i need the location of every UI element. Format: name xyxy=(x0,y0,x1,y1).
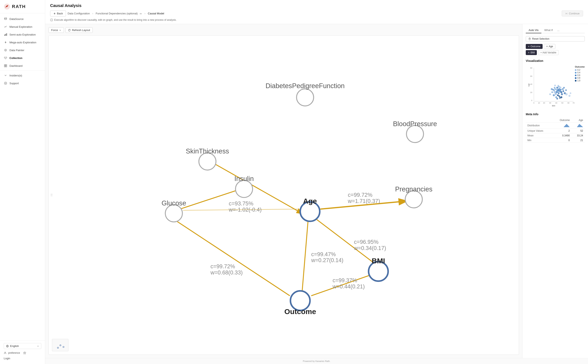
tab-more-button[interactable]: ... xyxy=(555,27,561,33)
node-age[interactable]: Age xyxy=(300,197,320,221)
svg-point-50 xyxy=(235,180,253,197)
legend-item-0: 0.2 xyxy=(575,69,585,71)
variable-chip-outcome[interactable]: ✕ Outcome xyxy=(526,44,542,49)
drag-handle[interactable]: ⠿ xyxy=(50,193,53,197)
legend-value-3: 0.8 xyxy=(577,77,580,79)
meta-header-outcome: Outcome xyxy=(553,118,571,123)
continue-button[interactable]: Continue xyxy=(562,11,583,16)
svg-text:Age: Age xyxy=(303,197,317,205)
add-variable-button[interactable]: + Add Variable xyxy=(538,50,559,55)
meta-outcome-unique: 2 xyxy=(553,129,571,133)
svg-text:80: 80 xyxy=(530,67,532,69)
node-bmi[interactable]: BMI xyxy=(369,257,388,281)
svg-point-63 xyxy=(60,345,61,346)
wizard-step-causal-model: Causal Model xyxy=(148,12,164,15)
sidebar-item-insiders[interactable]: Insiders(α) xyxy=(0,72,45,79)
svg-point-94 xyxy=(560,91,562,93)
svg-text:c=99.72%: c=99.72% xyxy=(348,192,372,198)
svg-marker-127 xyxy=(577,124,583,127)
svg-point-124 xyxy=(570,92,571,94)
chip-label-bmi: BMI xyxy=(530,51,535,54)
sidebar-item-collection[interactable]: Collection xyxy=(0,54,45,62)
back-label: Back xyxy=(57,12,63,15)
node-pregnancies[interactable]: Pregnancies xyxy=(395,185,432,208)
reset-selection-button[interactable]: Reset Selection xyxy=(526,36,585,41)
tab-what-if[interactable]: What If xyxy=(541,27,555,33)
back-button[interactable]: Back xyxy=(50,11,66,16)
svg-point-15 xyxy=(5,352,6,353)
wizard-step-functional-deps-label: Functional Dependencies (optional) xyxy=(96,12,138,15)
sidebar-item-semi-auto[interactable]: Semi-auto Exploration xyxy=(0,31,45,39)
login-label: Login xyxy=(4,357,10,360)
wizard-step-causal-model-label: Causal Model xyxy=(148,12,164,15)
info-text: Execute algorithm to discover causality,… xyxy=(54,19,176,21)
svg-rect-8 xyxy=(4,65,5,65)
preference-row[interactable]: preference xyxy=(4,351,41,355)
svg-point-117 xyxy=(556,98,558,99)
variable-chip-bmi[interactable]: ✕ BMI xyxy=(526,50,537,55)
svg-text:0: 0 xyxy=(531,99,532,102)
sidebar-item-support[interactable]: Support xyxy=(0,79,45,87)
graph-toolbar: Force Refresh Layout xyxy=(48,27,519,33)
sidebar: RATH DataSource Manual Exploration Semi-… xyxy=(0,0,45,364)
svg-point-110 xyxy=(562,88,564,90)
svg-point-52 xyxy=(165,205,183,222)
svg-text:Age: Age xyxy=(528,83,530,87)
svg-point-111 xyxy=(555,92,556,94)
reset-label: Reset Selection xyxy=(532,37,549,40)
svg-marker-126 xyxy=(563,124,570,127)
variable-chip-age[interactable]: ✕ Age xyxy=(544,44,555,49)
svg-text:70: 70 xyxy=(573,102,575,104)
dist-age-icon xyxy=(577,124,583,128)
legend-dot-3 xyxy=(575,77,576,79)
page-title: Causal Analysis xyxy=(50,3,583,8)
sidebar-item-data-painter[interactable]: Data Painter xyxy=(0,46,45,54)
svg-text:Pregnancies: Pregnancies xyxy=(395,185,432,193)
svg-text:20: 20 xyxy=(530,91,532,93)
footer: Powered by Kanaries Rath. xyxy=(45,358,588,364)
node-diabetespedigree[interactable]: DiabetesPedigreeFunction xyxy=(265,82,345,106)
sidebar-item-support-label: Support xyxy=(9,82,19,85)
graph-canvas[interactable]: c=99.72% w=1.71(0.37) c=96.95% w=0.34(0.… xyxy=(48,35,519,355)
globe-icon xyxy=(6,345,9,348)
heart-icon xyxy=(4,56,7,60)
legend-dot-2 xyxy=(575,75,576,76)
svg-text:w=0.27(0.14): w=0.27(0.14) xyxy=(311,257,344,263)
layout-label: Force xyxy=(51,29,58,32)
layout-select[interactable]: Force xyxy=(48,27,64,33)
sidebar-item-datasource[interactable]: DataSource xyxy=(0,15,45,23)
wizard-step-data-config-label: Data Configuration xyxy=(68,12,90,15)
svg-text:60: 60 xyxy=(530,75,532,77)
legend-item-4: 1.0 xyxy=(575,79,585,82)
wizard-bar: Back Data Configuration › Functional Dep… xyxy=(50,11,583,16)
content-area: Force Refresh Layout c=99.72% w=1 xyxy=(45,24,588,358)
svg-text:w=0.68(0.33): w=0.68(0.33) xyxy=(210,269,243,276)
node-glucose[interactable]: Glucose xyxy=(162,199,186,222)
node-outcome[interactable]: Outcome xyxy=(284,291,316,316)
tab-what-if-label: What If xyxy=(544,29,553,32)
add-var-label: + Add Variable xyxy=(540,51,556,54)
grid-icon xyxy=(4,64,7,68)
login-button[interactable]: Login xyxy=(4,355,41,362)
svg-point-65 xyxy=(57,347,59,348)
svg-text:w=1.71(0.37): w=1.71(0.37) xyxy=(348,198,380,204)
meta-header-label xyxy=(526,118,553,123)
svg-point-104 xyxy=(554,87,555,89)
language-select[interactable]: English xyxy=(4,343,41,349)
svg-marker-6 xyxy=(5,41,6,44)
node-skinthickness[interactable]: SkinThickness xyxy=(186,147,229,170)
svg-rect-5 xyxy=(6,33,7,36)
sidebar-item-mega-auto-label: Mega-auto Exploration xyxy=(9,41,36,44)
node-bloodpressure[interactable]: BloodPressure xyxy=(393,120,437,143)
refresh-layout-button[interactable]: Refresh Layout xyxy=(65,27,93,33)
chevron-down-icon xyxy=(4,73,7,77)
svg-rect-3 xyxy=(4,34,5,36)
sidebar-item-manual-exploration[interactable]: Manual Exploration xyxy=(0,23,45,31)
sidebar-item-dashboard[interactable]: Dashboard xyxy=(0,62,45,70)
back-icon xyxy=(53,12,56,15)
meta-info-title: Meta Info xyxy=(526,113,585,116)
tab-auto-vis[interactable]: Auto Vis xyxy=(526,27,541,33)
chip-x-bmi: ✕ xyxy=(528,51,530,54)
node-insulin[interactable]: Insulin xyxy=(235,175,254,197)
sidebar-item-mega-auto[interactable]: Mega-auto Exploration xyxy=(0,39,45,46)
